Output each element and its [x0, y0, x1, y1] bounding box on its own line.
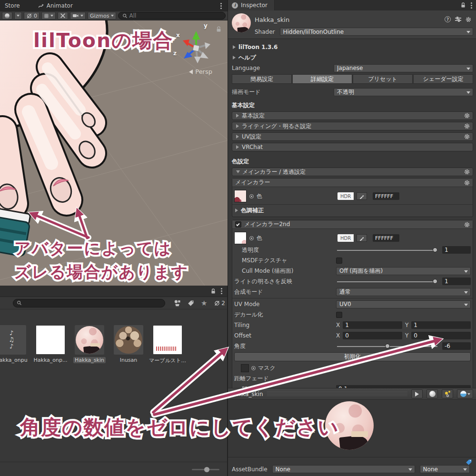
asset-label-tag-icon[interactable]: [466, 459, 472, 466]
foldout-lighting-settings[interactable]: ライティング・明るさ設定: [232, 122, 473, 130]
kebab-menu-icon[interactable]: [471, 5, 472, 6]
shading-mode-button[interactable]: [2, 12, 12, 20]
help-icon[interactable]: ?: [445, 16, 451, 22]
second-color-texture-slot[interactable]: [234, 232, 247, 244]
uv-mode-dropdown[interactable]: UV0: [336, 300, 471, 308]
foldout-main-color-section[interactable]: メインカラー / 透過設定: [232, 168, 473, 176]
persp-cone-icon: [189, 69, 193, 74]
preview-mesh-button[interactable]: [426, 389, 438, 398]
foldout-uv-settings[interactable]: UV設定: [232, 132, 473, 141]
cull-mode-dropdown[interactable]: Off (両面を描画): [336, 267, 471, 275]
foldout-vrchat[interactable]: VRChat: [232, 143, 473, 151]
gear-icon[interactable]: [466, 17, 471, 22]
enabled-checkbox[interactable]: [235, 221, 241, 228]
tab-simple-settings[interactable]: 簡易設定: [232, 74, 292, 84]
info-icon: i: [232, 2, 238, 9]
eyedropper-button[interactable]: [357, 234, 367, 242]
type-filter-icon[interactable]: [174, 299, 181, 307]
light-strength-slider[interactable]: [336, 278, 438, 285]
preview-lighting-button[interactable]: [442, 389, 453, 398]
gear-icon[interactable]: [464, 169, 470, 175]
shader-dropdown[interactable]: Hidden/lilToonOutline: [280, 28, 473, 36]
project-search-input[interactable]: [13, 299, 165, 307]
render-mode-dropdown[interactable]: 不透明: [334, 88, 473, 96]
preview-play-button[interactable]: [411, 389, 423, 398]
hex-value-field[interactable]: FFFFFF: [373, 234, 399, 242]
scene-viewport[interactable]: y x z Persp: [0, 20, 228, 286]
preset-icon[interactable]: [455, 17, 461, 22]
asset-item-selected[interactable]: Hakka_skin: [74, 325, 105, 364]
tab-animator[interactable]: Animator: [33, 0, 78, 11]
main-color-header[interactable]: メインカラー: [232, 178, 473, 187]
offset-y-field[interactable]: 0: [411, 332, 471, 339]
tab-shader-settings[interactable]: シェーダー設定: [413, 74, 473, 84]
language-dropdown[interactable]: Japanese: [334, 64, 473, 72]
light-dots-icon: [445, 391, 451, 397]
scene-search-input[interactable]: All: [118, 12, 226, 20]
kebab-menu-icon[interactable]: [220, 5, 222, 7]
hdr-color-button[interactable]: HDR: [337, 192, 354, 200]
tab-inspector[interactable]: i Inspector: [228, 0, 275, 10]
gear-icon[interactable]: [464, 123, 470, 129]
material-preview-bar[interactable]: Hakka_skin: [228, 388, 476, 400]
second-color-header[interactable]: メインカラー2nd: [232, 220, 473, 229]
material-preview-area[interactable]: [228, 400, 476, 457]
main-color-texture-slot[interactable]: [234, 190, 247, 202]
reset-button[interactable]: 初期化: [234, 352, 471, 361]
asset-item[interactable]: ♪♫♪ Hakka_onpu: [0, 325, 27, 364]
gizmo-lock-icon[interactable]: [216, 26, 222, 32]
drag-handle[interactable]: [267, 391, 407, 397]
decal-checkbox[interactable]: [336, 312, 342, 318]
tone-correction-foldout[interactable]: 色調補正: [234, 206, 471, 215]
tiling-x-field[interactable]: 1: [343, 321, 402, 329]
lock-icon[interactable]: [460, 2, 466, 8]
kebab-menu-icon[interactable]: [221, 290, 222, 292]
tab-asset-store[interactable]: Store: [0, 0, 25, 11]
material-preview-sphere: [325, 401, 374, 450]
tab-presets[interactable]: プリセット: [353, 74, 413, 84]
label-tag-icon[interactable]: [188, 300, 194, 307]
shading-dropdown[interactable]: [14, 12, 22, 20]
alpha-value-field[interactable]: 1: [442, 246, 471, 254]
offset-x-field[interactable]: 0: [343, 332, 402, 339]
gizmos-button[interactable]: Gizmos: [88, 12, 116, 20]
tiling-y-field[interactable]: 1: [411, 321, 471, 329]
version-foldout[interactable]: lilToon 1.3.6: [232, 43, 473, 51]
lock-icon[interactable]: [210, 288, 216, 294]
angle-slider[interactable]: [336, 342, 438, 350]
mask-texture-slot[interactable]: [241, 364, 249, 372]
light-strength-value-field[interactable]: 1: [442, 278, 471, 285]
favorites-star-icon[interactable]: ★: [201, 299, 207, 307]
tools-button[interactable]: [58, 12, 68, 20]
gear-icon[interactable]: [464, 134, 470, 139]
orientation-gizmo[interactable]: y x z: [173, 25, 219, 71]
project-visibility-button[interactable]: 2: [214, 300, 225, 307]
preview-environment-button[interactable]: [457, 389, 473, 398]
gear-icon[interactable]: [464, 222, 470, 228]
gear-icon[interactable]: [464, 113, 470, 119]
scene-visibility-button[interactable]: 0: [24, 12, 40, 20]
angle-value-field[interactable]: -6: [442, 342, 471, 350]
thumbnail-size-slider[interactable]: [192, 469, 219, 470]
asset-item[interactable]: マーブルスト...: [152, 325, 183, 364]
unity-editor-window: Store Animator 0: [0, 0, 476, 476]
tab-advanced-settings[interactable]: 詳細設定: [292, 74, 352, 84]
foldout-base-settings[interactable]: 基本設定: [232, 111, 473, 120]
gear-icon[interactable]: [464, 180, 470, 186]
camera-button[interactable]: [70, 12, 86, 20]
asset-item[interactable]: Inusan: [113, 325, 144, 364]
hdr-color-button[interactable]: HDR: [337, 234, 354, 242]
asset-bundle-variant-dropdown[interactable]: None: [420, 465, 470, 473]
cull-mode-row: Cull Mode (描画面) Off (両面を描画): [234, 267, 471, 275]
grid-button[interactable]: [41, 12, 56, 20]
eyedropper-button[interactable]: [357, 192, 367, 200]
asset-item[interactable]: Hakka_onp...: [35, 325, 66, 364]
help-foldout[interactable]: ヘルプ: [232, 53, 473, 62]
alpha-slider[interactable]: [336, 246, 438, 254]
perspective-toggle[interactable]: Persp: [189, 68, 212, 75]
material-preview-thumb[interactable]: [232, 13, 251, 32]
hex-value-field[interactable]: FFFFFF: [373, 192, 399, 200]
msdf-checkbox[interactable]: [336, 258, 342, 264]
asset-b undle-dropdown[interactable]: None: [272, 465, 415, 473]
blend-mode-dropdown[interactable]: 通常: [336, 288, 471, 296]
